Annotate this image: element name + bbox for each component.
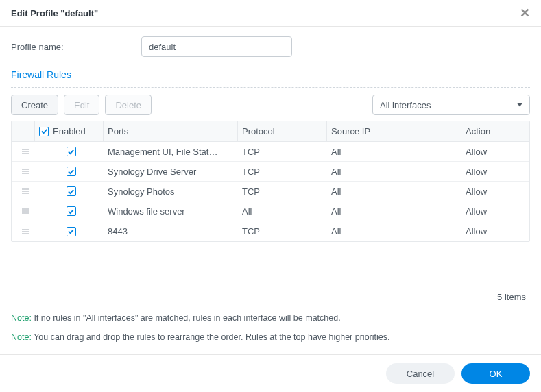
profile-name-input[interactable] [141, 36, 292, 57]
row-enabled-checkbox[interactable] [67, 206, 76, 216]
drag-handle-icon[interactable] [12, 182, 35, 201]
item-count: 5 items [497, 292, 526, 302]
row-action: Allow [461, 142, 529, 161]
edit-button[interactable]: Edit [64, 95, 99, 115]
col-protocol-header[interactable]: Protocol [238, 121, 327, 141]
row-source: All [327, 221, 461, 241]
delete-button[interactable]: Delete [105, 95, 152, 115]
row-action: Allow [461, 201, 529, 221]
titlebar: Edit Profile "default" ✕ [0, 0, 541, 27]
table-row[interactable]: Synology Drive ServerTCPAllAllow [12, 162, 529, 182]
table-row[interactable]: 8443TCPAllAllow [12, 221, 529, 241]
select-all-checkbox[interactable] [39, 127, 49, 136]
drag-handle-icon[interactable] [12, 221, 35, 241]
row-enabled-cell [35, 142, 104, 161]
profile-name-row: Profile name: [11, 36, 530, 57]
row-enabled-cell [35, 221, 104, 241]
note-label: Note: [11, 332, 32, 342]
row-action: Allow [461, 182, 529, 201]
note-text-2: You can drag and drop the rules to rearr… [34, 332, 389, 342]
note-text-1: If no rules in "All interfaces" are matc… [34, 313, 340, 323]
row-source: All [327, 142, 461, 161]
notes: Note: If no rules in "All interfaces" ar… [11, 306, 530, 354]
col-handle-header [12, 121, 35, 141]
col-enabled-label: Enabled [53, 126, 86, 136]
row-protocol: TCP [238, 142, 327, 161]
row-protocol: TCP [238, 182, 327, 201]
row-enabled-cell [35, 201, 104, 221]
create-button[interactable]: Create [11, 95, 58, 115]
col-ports-header[interactable]: Ports [104, 121, 238, 141]
row-ports: Synology Drive Server [104, 162, 238, 181]
close-icon[interactable]: ✕ [520, 7, 530, 19]
profile-name-label: Profile name: [11, 42, 141, 52]
dialog-title: Edit Profile "default" [11, 8, 98, 19]
row-enabled-checkbox[interactable] [67, 167, 76, 176]
table-row[interactable]: Management UI, File Stat…TCPAllAllow [12, 142, 529, 162]
row-enabled-cell [35, 162, 104, 181]
row-protocol: TCP [238, 221, 327, 241]
row-enabled-checkbox[interactable] [67, 186, 76, 196]
row-ports: 8443 [104, 221, 238, 241]
row-enabled-cell [35, 182, 104, 201]
section-title-firewall: Firewall Rules [11, 69, 530, 80]
table-row[interactable]: Windows file serverAllAllAllow [12, 201, 529, 221]
row-source: All [327, 182, 461, 201]
row-action: Allow [461, 162, 529, 181]
grid-header: Enabled Ports Protocol Source IP Action [12, 121, 529, 142]
drag-handle-icon[interactable] [12, 142, 35, 161]
interface-select-value: All interfaces [380, 100, 431, 110]
row-ports: Synology Photos [104, 182, 238, 201]
edit-profile-dialog: Edit Profile "default" ✕ Profile name: F… [0, 0, 541, 392]
col-source-header[interactable]: Source IP [327, 121, 461, 141]
rules-grid: Enabled Ports Protocol Source IP Action … [11, 121, 530, 242]
ok-button[interactable]: OK [461, 363, 530, 384]
row-source: All [327, 201, 461, 221]
row-enabled-checkbox[interactable] [67, 227, 76, 236]
drag-handle-icon[interactable] [12, 162, 35, 181]
rules-toolbar: Create Edit Delete All interfaces [11, 95, 530, 115]
row-action: Allow [461, 221, 529, 241]
note-label: Note: [11, 313, 32, 323]
drag-handle-icon[interactable] [12, 201, 35, 221]
row-ports: Management UI, File Stat… [104, 142, 238, 161]
grid-body: Management UI, File Stat…TCPAllAllowSyno… [12, 142, 529, 241]
dialog-footer: Cancel OK [0, 354, 541, 392]
row-protocol: All [238, 201, 327, 221]
row-source: All [327, 162, 461, 181]
col-action-header[interactable]: Action [461, 121, 529, 141]
cancel-button[interactable]: Cancel [386, 363, 455, 384]
table-row[interactable]: Synology PhotosTCPAllAllow [12, 182, 529, 201]
row-ports: Windows file server [104, 201, 238, 221]
interface-select[interactable]: All interfaces [372, 95, 530, 115]
dialog-body: Profile name: Firewall Rules Create Edit… [0, 27, 541, 354]
col-enabled-header[interactable]: Enabled [35, 121, 104, 141]
grid-footer: 5 items [11, 286, 530, 306]
row-enabled-checkbox[interactable] [67, 147, 76, 156]
divider [11, 87, 530, 88]
row-protocol: TCP [238, 162, 327, 181]
